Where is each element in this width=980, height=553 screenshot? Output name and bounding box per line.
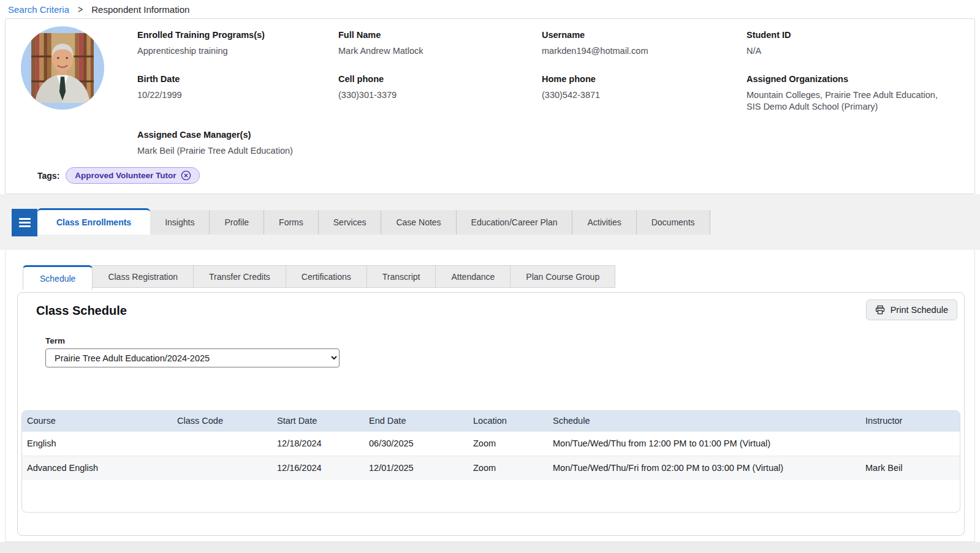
table-row: English 12/18/2024 06/30/2025 Zoom Mon/T… [22,431,960,456]
tag-label: Approved Volunteer Tutor [75,171,176,180]
field-enrolled-programs: Enrolled Training Programs(s) Apprentice… [137,30,338,58]
menu-icon[interactable] [12,209,37,236]
respondent-header-card: Enrolled Training Programs(s) Apprentice… [5,18,975,194]
tab-insights[interactable]: Insights [150,210,210,235]
print-schedule-button[interactable]: Print Schedule [866,299,957,320]
col-start-date: Start Date [272,411,364,431]
page-title: Class Schedule [36,304,960,318]
table-header-row: Course Class Code Start Date End Date Lo… [22,411,960,431]
col-course: Course [22,411,172,431]
tab-documents[interactable]: Documents [637,210,710,235]
term-select[interactable]: Prairie Tree Adult Education/2024-2025 [45,348,340,367]
breadcrumb-separator: > [78,4,83,15]
class-enrollments-panel: Schedule Class Registration Transfer Cre… [5,250,975,542]
subtab-transfer-credits[interactable]: Transfer Credits [193,265,286,288]
tags-row: Tags: Approved Volunteer Tutor [37,167,974,184]
field-assigned-organizations: Assigned Organizations Mountain Colleges… [746,74,962,113]
page-footer-strip [0,542,980,553]
class-schedule-card: Class Schedule Print Schedule Term Prair… [17,292,965,536]
tags-label: Tags: [37,171,59,181]
profile-fields: Enrolled Training Programs(s) Apprentice… [137,30,962,167]
field-username: Username markden194@hotmail.com [542,30,746,58]
avatar [21,26,104,167]
field-full-name: Full Name Mark Andrew Matlock [338,30,542,58]
subtab-certifications[interactable]: Certifications [286,265,367,288]
tab-profile[interactable]: Profile [210,210,264,235]
tab-education-career-plan[interactable]: Education/Career Plan [457,210,573,235]
remove-tag-icon[interactable] [181,170,191,181]
tab-class-enrollments[interactable]: Class Enrollments [37,208,150,235]
subtab-attendance[interactable]: Attendance [435,265,511,288]
subtab-plan-course-group[interactable]: Plan Course Group [510,265,615,288]
field-birth-date: Birth Date 10/22/1999 [137,74,338,113]
table-row: Advanced English 12/16/2024 12/01/2025 Z… [22,456,960,480]
tab-forms[interactable]: Forms [264,210,319,235]
tab-services[interactable]: Services [319,210,382,235]
printer-icon [875,305,885,315]
subtab-class-registration[interactable]: Class Registration [92,265,194,288]
main-tabs: Class Enrollments Insights Profile Forms… [12,208,980,236]
subtab-schedule[interactable]: Schedule [23,265,93,290]
field-home-phone: Home phone (330)542-3871 [542,74,746,113]
breadcrumb-link-search-criteria[interactable]: Search Criteria [8,4,69,15]
field-student-id: Student ID N/A [746,30,962,58]
tab-strip-band: Class Enrollments Insights Profile Forms… [0,194,980,250]
tab-activities[interactable]: Activities [572,210,636,235]
col-location: Location [468,411,548,431]
col-end-date: End Date [364,411,468,431]
field-cell-phone: Cell phone (330)301-3379 [338,74,542,113]
breadcrumb-current: Respondent Information [91,4,189,15]
subtab-transcript[interactable]: Transcript [367,265,436,288]
term-label: Term [45,336,960,345]
col-class-code: Class Code [172,411,272,431]
col-instructor: Instructor [860,411,960,431]
sub-tabs: Schedule Class Registration Transfer Cre… [23,265,974,292]
field-case-managers: Assigned Case Manager(s) Mark Beil (Prai… [137,130,338,157]
tag-approved-volunteer-tutor: Approved Volunteer Tutor [66,167,199,184]
tab-case-notes[interactable]: Case Notes [381,210,456,235]
col-schedule: Schedule [548,411,860,431]
breadcrumb: Search Criteria > Respondent Information [0,0,980,18]
class-schedule-table: Course Class Code Start Date End Date Lo… [21,410,960,513]
